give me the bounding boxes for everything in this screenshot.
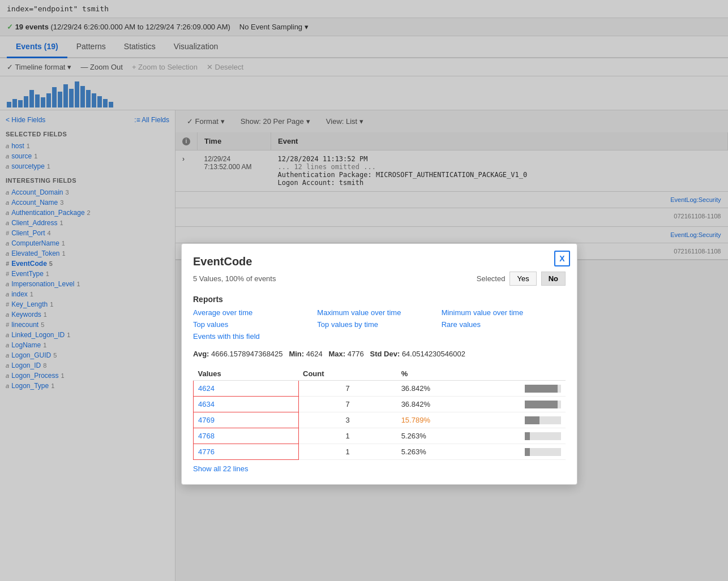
count-cell: 3 bbox=[298, 412, 397, 428]
reports-section: Reports Average over time Maximum value … bbox=[193, 295, 566, 341]
count-cell: 1 bbox=[298, 444, 397, 460]
bar-cell bbox=[520, 381, 566, 397]
values-row: 4624736.842% bbox=[194, 381, 566, 397]
modal-selected-group: Selected Yes No bbox=[477, 272, 566, 286]
value-cell[interactable]: 4769 bbox=[194, 412, 299, 428]
selected-label: Selected bbox=[477, 274, 506, 283]
report-top-values[interactable]: Top values bbox=[193, 320, 317, 329]
report-events-with-field[interactable]: Events with this field bbox=[193, 332, 317, 341]
show-all-link[interactable]: Show all 22 lines bbox=[193, 464, 566, 473]
values-row: 476815.263% bbox=[194, 428, 566, 444]
values-col-header: Values bbox=[194, 367, 299, 381]
reports-grid: Average over time Maximum value over tim… bbox=[193, 308, 566, 341]
max-label: Max: bbox=[329, 350, 346, 358]
pct-cell: 5.263% bbox=[397, 428, 520, 444]
reports-title: Reports bbox=[193, 295, 566, 304]
pct-cell: 15.789% bbox=[397, 412, 520, 428]
pct-cell: 36.842% bbox=[397, 381, 520, 397]
count-cell: 1 bbox=[298, 428, 397, 444]
values-row: 4634736.842% bbox=[194, 397, 566, 412]
bar-cell bbox=[520, 412, 566, 428]
modal-title: EventCode bbox=[193, 255, 566, 268]
avg-value: 4666.1578947368425 bbox=[211, 350, 283, 358]
eventcode-modal: X EventCode 5 Values, 100% of events Sel… bbox=[181, 243, 577, 485]
value-cell[interactable]: 4634 bbox=[194, 397, 299, 412]
value-cell[interactable]: 4624 bbox=[194, 381, 299, 397]
count-cell: 7 bbox=[298, 381, 397, 397]
stddev-value: 64.0514230546002 bbox=[402, 350, 465, 358]
modal-close-button[interactable]: X bbox=[554, 251, 570, 266]
count-col-header: Count bbox=[298, 367, 397, 381]
modal-overlay: X EventCode 5 Values, 100% of events Sel… bbox=[0, 0, 728, 581]
bar-cell bbox=[520, 397, 566, 412]
avg-label: Avg: bbox=[193, 350, 209, 358]
values-row: 4769315.789% bbox=[194, 412, 566, 428]
bar-col-header bbox=[520, 367, 566, 381]
values-row: 477615.263% bbox=[194, 444, 566, 460]
min-value: 4624 bbox=[306, 350, 323, 358]
report-avg-over-time[interactable]: Average over time bbox=[193, 308, 317, 317]
selected-no-button[interactable]: No bbox=[541, 272, 566, 286]
stats-line: Avg: 4666.1578947368425 Min: 4624 Max: 4… bbox=[193, 350, 566, 358]
values-table: Values Count % 4624736.842%4634736.842%4… bbox=[193, 367, 566, 460]
value-cell[interactable]: 4768 bbox=[194, 428, 299, 444]
max-value: 4776 bbox=[348, 350, 364, 358]
count-cell: 7 bbox=[298, 397, 397, 412]
pct-col-header: % bbox=[397, 367, 520, 381]
close-icon: X bbox=[559, 254, 564, 263]
min-label: Min: bbox=[289, 350, 304, 358]
report-max-value-over-time[interactable]: Maximum value over time bbox=[317, 308, 441, 317]
modal-subtitle: 5 Values, 100% of events Selected Yes No bbox=[193, 272, 566, 286]
report-min-value-over-time[interactable]: Minimum value over time bbox=[442, 308, 566, 317]
bar-cell bbox=[520, 444, 566, 460]
report-rare-values[interactable]: Rare values bbox=[442, 320, 566, 329]
report-top-values-by-time[interactable]: Top values by time bbox=[317, 320, 441, 329]
stddev-label: Std Dev: bbox=[370, 350, 400, 358]
pct-cell: 36.842% bbox=[397, 397, 520, 412]
modal-values-info: 5 Values, 100% of events bbox=[193, 274, 276, 283]
bar-cell bbox=[520, 428, 566, 444]
pct-cell: 5.263% bbox=[397, 444, 520, 460]
value-cell[interactable]: 4776 bbox=[194, 444, 299, 460]
selected-yes-button[interactable]: Yes bbox=[509, 272, 536, 286]
